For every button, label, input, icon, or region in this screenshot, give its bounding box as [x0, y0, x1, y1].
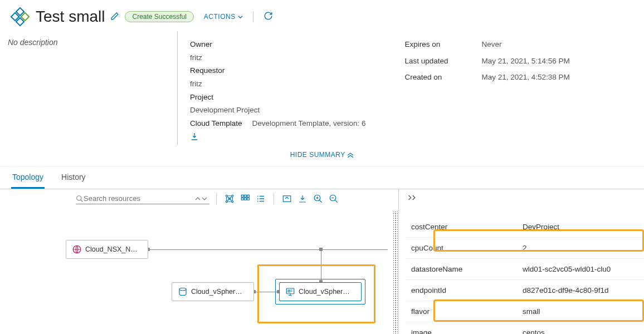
tab-bar: Topology History [0, 166, 644, 189]
prop-row: endpointId d827e01c-df9e-4c80-9f1d [406, 280, 644, 301]
search-input[interactable] [84, 194, 195, 203]
refresh-icon[interactable] [264, 11, 273, 22]
connector-line [321, 249, 321, 283]
requestor-value: fritz [190, 77, 365, 91]
template-label: Cloud Template [190, 117, 242, 130]
tab-topology[interactable]: Topology [11, 167, 45, 189]
prop-key: datastoreName [411, 265, 523, 273]
connector-line [148, 249, 388, 250]
prop-key: endpointId [411, 286, 523, 294]
tab-history[interactable]: History [60, 167, 87, 189]
expires-label: Expires on [404, 38, 471, 51]
panel-resize-handle[interactable] [393, 212, 398, 334]
prop-key: flavor [411, 307, 523, 316]
prop-value: d827e01c-df9e-4c80-9f1d [523, 286, 642, 294]
view-grid-icon[interactable] [239, 193, 251, 205]
svg-rect-21 [286, 288, 294, 294]
hide-summary-label: HIDE SUMMARY [290, 151, 345, 159]
summary-section: No description Owner fritz Requestor fri… [0, 29, 644, 145]
separator [253, 11, 253, 22]
page-title: Test small [36, 8, 105, 26]
actions-dropdown[interactable]: ACTIONS [204, 13, 243, 21]
collapse-panel-icon[interactable] [406, 194, 419, 204]
owner-label: Owner [190, 38, 365, 51]
view-graph-icon[interactable] [223, 193, 236, 205]
search-resources[interactable] [76, 193, 209, 204]
node-vsphere-machine[interactable]: Cloud_vSpher… [279, 282, 362, 301]
app-logo-icon [10, 7, 30, 27]
prop-key: image [411, 328, 523, 334]
svg-rect-11 [245, 195, 247, 197]
workspace: Cloud_NSX_N… Cloud_vSpher… Cloud_vSpher…… [0, 189, 644, 334]
topology-canvas[interactable]: Cloud_NSX_N… Cloud_vSpher… Cloud_vSpher… [0, 189, 399, 334]
properties-panel: costCenter DevProject cpuCount 2 datasto… [399, 189, 644, 334]
svg-point-7 [226, 201, 227, 203]
prop-value: wld01-sc2vc05-wld01-clu0 [523, 265, 642, 273]
view-list-icon[interactable] [255, 193, 267, 205]
prop-value: DevProject [523, 223, 642, 231]
svg-point-8 [232, 201, 233, 203]
node-label: Cloud_vSpher… [191, 288, 242, 296]
svg-point-5 [226, 195, 227, 197]
template-value: Development Template, version: 6 [252, 117, 366, 130]
svg-point-20 [179, 288, 186, 291]
svg-point-6 [232, 195, 233, 197]
status-badge: Create Successful [125, 11, 193, 22]
svg-rect-15 [247, 198, 250, 200]
node-nsx-network[interactable]: Cloud_NSX_N… [66, 240, 148, 259]
description-placeholder: No description [8, 31, 164, 145]
fit-screen-icon[interactable] [281, 193, 293, 205]
svg-rect-12 [247, 195, 250, 197]
zoom-out-icon[interactable] [328, 193, 340, 205]
owner-value: fritz [190, 51, 365, 65]
requestor-label: Requestor [190, 64, 365, 77]
summary-col-right: Expires on Never Last updated May 21, 20… [404, 38, 569, 145]
edit-icon[interactable] [110, 12, 119, 22]
node-vsphere-disk[interactable]: Cloud_vSpher… [172, 282, 254, 301]
svg-rect-14 [245, 198, 247, 200]
search-icon [76, 195, 84, 203]
download-icon[interactable] [190, 132, 365, 145]
prop-value: 2 [523, 244, 642, 252]
canvas-toolbar [76, 193, 393, 205]
svg-rect-10 [241, 195, 243, 197]
updated-label: Last updated [404, 55, 471, 68]
chevron-up-double-icon [347, 153, 354, 158]
prop-row: datastoreName wld01-sc2vc05-wld01-clu0 [406, 259, 644, 280]
search-nav-icons[interactable] [195, 196, 207, 202]
prop-row: flavor small [406, 301, 644, 322]
node-label: Cloud_NSX_N… [85, 245, 138, 253]
chevron-down-icon [238, 14, 243, 19]
properties-table: costCenter DevProject cpuCount 2 datasto… [406, 217, 644, 334]
zoom-in-icon[interactable] [312, 193, 324, 205]
project-value: Development Project [190, 104, 365, 117]
separator [216, 193, 217, 205]
svg-point-4 [77, 195, 81, 200]
prop-key: cpuCount [411, 244, 523, 252]
hide-summary-toggle[interactable]: HIDE SUMMARY [0, 145, 644, 163]
project-label: Project [190, 91, 365, 104]
expires-value: Never [481, 38, 569, 51]
node-label: Cloud_vSpher… [299, 288, 350, 296]
disk-icon [178, 287, 188, 297]
prop-row: cpuCount 2 [406, 238, 644, 259]
summary-col-left: Owner fritz Requestor fritz Project Deve… [190, 38, 365, 145]
download-canvas-icon[interactable] [296, 193, 309, 205]
prop-value: centos [523, 328, 642, 334]
separator [274, 193, 274, 205]
prop-row: image centos [406, 322, 644, 334]
updated-value: May 21, 2021, 5:14:56 PM [481, 55, 569, 68]
created-value: May 21, 2021, 4:52:38 PM [481, 71, 569, 84]
prop-row: costCenter DevProject [406, 217, 644, 238]
machine-icon [285, 287, 295, 297]
svg-rect-13 [241, 198, 243, 200]
header: Test small Create Successful ACTIONS [0, 0, 644, 29]
prop-key: costCenter [411, 223, 523, 231]
actions-label: ACTIONS [204, 13, 236, 21]
canvas-grid [0, 212, 398, 334]
created-label: Created on [404, 71, 471, 84]
network-icon [72, 244, 82, 254]
prop-value: small [523, 307, 642, 316]
